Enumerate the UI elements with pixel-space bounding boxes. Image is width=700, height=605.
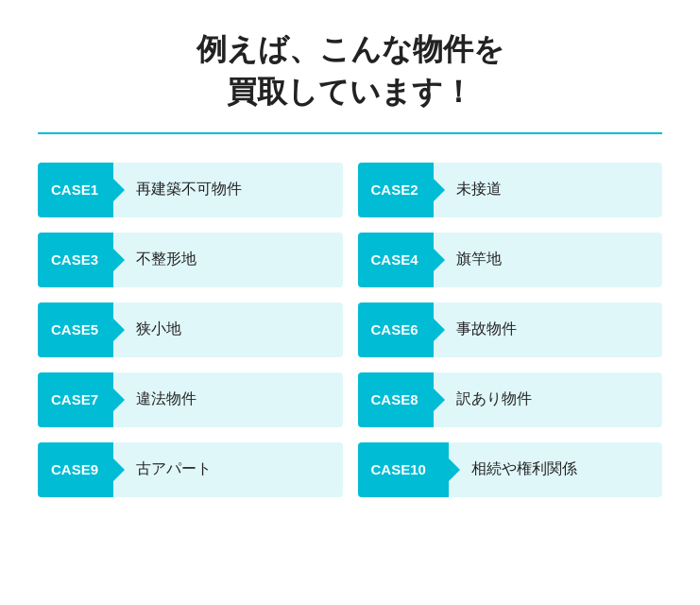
case-text-case3: 不整形地: [113, 233, 343, 287]
case-label-case1: CASE1: [38, 163, 113, 217]
main-container: 例えば、こんな物件を 買取しています！ CASE1再建築不可物件CASE2未接道…: [0, 0, 700, 535]
case-label-case10: CASE10: [358, 442, 449, 497]
case-label-case6: CASE6: [358, 302, 434, 357]
divider: [38, 132, 662, 134]
case-item: CASE6事故物件: [358, 302, 663, 357]
case-item: CASE2未接道: [358, 163, 663, 217]
case-text-case5: 狭小地: [113, 302, 343, 357]
case-text-case8: 訳あり物件: [434, 372, 663, 427]
case-text-case6: 事故物件: [434, 302, 663, 357]
case-item: CASE8訳あり物件: [358, 372, 663, 427]
case-item: CASE1再建築不可物件: [38, 163, 343, 217]
case-label-case9: CASE9: [38, 442, 113, 497]
main-title: 例えば、こんな物件を 買取しています！: [38, 28, 662, 113]
case-label-case3: CASE3: [38, 233, 113, 287]
case-text-case4: 旗竿地: [434, 233, 663, 287]
case-item: CASE7違法物件: [38, 372, 343, 427]
case-label-case7: CASE7: [38, 372, 113, 427]
case-item: CASE4旗竿地: [358, 233, 663, 287]
case-text-case9: 古アパート: [113, 442, 343, 497]
title-section: 例えば、こんな物件を 買取しています！: [38, 28, 662, 113]
case-item: CASE3不整形地: [38, 233, 343, 287]
case-item: CASE10相続や権利関係: [358, 442, 663, 497]
case-text-case2: 未接道: [434, 163, 663, 217]
case-label-case4: CASE4: [358, 233, 434, 287]
case-item: CASE5狭小地: [38, 302, 343, 357]
case-text-case7: 違法物件: [113, 372, 343, 427]
case-label-case5: CASE5: [38, 302, 113, 357]
case-label-case8: CASE8: [358, 372, 434, 427]
case-label-case2: CASE2: [358, 163, 434, 217]
case-text-case10: 相続や権利関係: [449, 442, 663, 497]
cases-grid: CASE1再建築不可物件CASE2未接道CASE3不整形地CASE4旗竿地CAS…: [38, 163, 662, 497]
case-text-case1: 再建築不可物件: [113, 163, 343, 217]
case-item: CASE9古アパート: [38, 442, 343, 497]
